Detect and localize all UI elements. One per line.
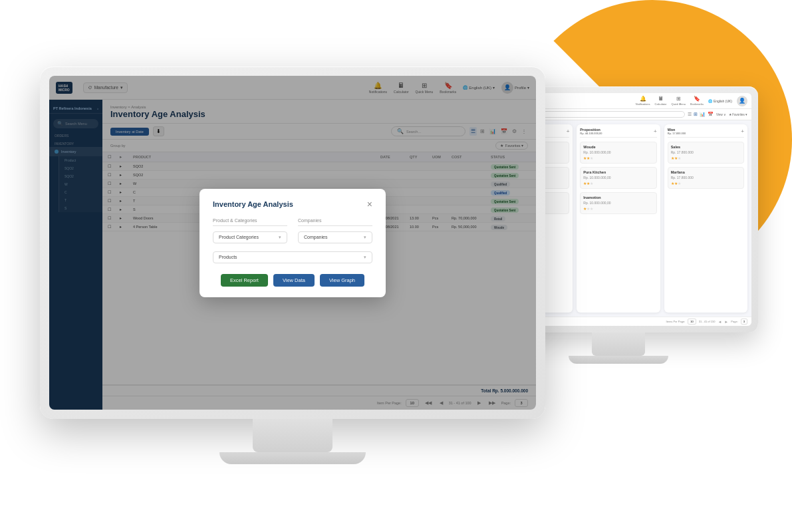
modal-form-row-1: Product & Categories Product Categories … bbox=[213, 218, 372, 243]
sec-items-per-page-label: Items Per Page: bbox=[666, 320, 686, 323]
star-empty: ★ bbox=[590, 182, 593, 186]
kanban-card-stars: ★★★ bbox=[583, 181, 653, 186]
star-filled: ★★ bbox=[583, 156, 590, 160]
sec-bookmark-icon[interactable]: 🔖 Bookmarks bbox=[690, 96, 704, 106]
modal-header: Inventory Age Analysis × bbox=[213, 200, 372, 209]
select-arrow-icon: ▾ bbox=[279, 235, 281, 240]
product-categories-select[interactable]: Product Categories ▾ bbox=[213, 231, 287, 243]
modal-close-btn[interactable]: × bbox=[367, 200, 372, 209]
kanban-card-stars: ★★★ bbox=[583, 156, 653, 160]
companies-field: Companies Companies ▾ bbox=[298, 218, 372, 243]
kanban-card-value: Rp. 10.000.000,00 bbox=[583, 150, 653, 154]
kanban-col-proposition-header: Proposition Rp. 44.100.000,00 + bbox=[580, 128, 656, 138]
sec-next-btn[interactable]: ► bbox=[724, 320, 728, 324]
kanban-card-stars: ★★★ bbox=[583, 206, 653, 211]
kanban-card-value: Rp. 10.000.000,00 bbox=[583, 176, 653, 180]
monitors-scene: HASHMICRO 🔔 Notifications 🖩 Calculator bbox=[40, 53, 771, 519]
modal-overlay[interactable]: Inventory Age Analysis × Product & Categ… bbox=[49, 76, 536, 410]
kanban-card-title: Inamotion bbox=[583, 196, 653, 200]
kanban-col-won-header: Won Rp. 17.800.000 + bbox=[668, 128, 744, 138]
sec-per-page-input[interactable]: 10 bbox=[688, 319, 696, 325]
sec-prev-btn[interactable]: ◄ bbox=[718, 320, 722, 324]
view-graph-btn[interactable]: View Graph bbox=[320, 274, 364, 287]
inventory-age-analysis-modal: Inventory Age Analysis × Product & Categ… bbox=[199, 189, 386, 297]
secondary-monitor-base bbox=[569, 356, 668, 364]
companies-select-arrow-icon: ▾ bbox=[364, 235, 366, 240]
star-empty: ★★ bbox=[587, 207, 593, 211]
secondary-kanban-view-icon[interactable]: ⊞ bbox=[694, 112, 698, 117]
kanban-card: Pura Kitchen Rp. 10.000.000,00 ★★★ bbox=[580, 167, 656, 189]
qualified-add-btn[interactable]: + bbox=[567, 128, 570, 134]
kanban-card: Woude Rp. 10.000.000,00 ★★★ bbox=[580, 142, 656, 164]
star-empty: ★ bbox=[590, 156, 593, 160]
sec-page-input[interactable]: 3 bbox=[741, 319, 747, 325]
products-select[interactable]: Products ▾ bbox=[213, 251, 372, 263]
kanban-card-stars: ★★★ bbox=[671, 156, 741, 160]
won-add-btn[interactable]: + bbox=[741, 128, 744, 134]
sec-calculator-icon[interactable]: 🖩 Calculator bbox=[655, 96, 667, 106]
products-select-arrow-icon: ▾ bbox=[364, 255, 366, 260]
excel-report-btn[interactable]: Excel Report bbox=[221, 274, 268, 287]
main-monitor-base bbox=[219, 452, 366, 464]
kanban-card-stars: ★★★ bbox=[671, 181, 741, 186]
view-data-btn[interactable]: View Data bbox=[273, 274, 315, 287]
main-monitor-screen: HASH MICRO ⏱ Manufacture ▾ 🔔 bbox=[49, 76, 536, 410]
secondary-view-icons: ☰ ⊞ 📊 📅 bbox=[688, 112, 714, 117]
kanban-card: Marfana Rp. 17.800.000 ★★★ bbox=[668, 167, 744, 189]
star-empty: ★ bbox=[678, 182, 681, 186]
main-monitor: HASH MICRO ⏱ Manufacture ▾ 🔔 bbox=[40, 66, 545, 479]
kanban-card-title: Marfana bbox=[671, 170, 741, 174]
kanban-card-value: Rp. 17.800.000 bbox=[671, 150, 741, 154]
star-filled: ★★ bbox=[671, 182, 678, 186]
modal-title: Inventory Age Analysis bbox=[213, 200, 293, 208]
secondary-chart-view-icon[interactable]: 📊 bbox=[700, 112, 706, 117]
star-empty: ★ bbox=[678, 156, 681, 160]
won-amount: Rp. 17.800.000 bbox=[668, 132, 686, 135]
sec-profile-avatar[interactable]: 👤 bbox=[737, 96, 747, 106]
main-monitor-stand bbox=[253, 419, 332, 452]
product-categories-label: Product & Categories bbox=[213, 218, 287, 223]
proposition-amount: Rp. 44.100.000,00 bbox=[580, 132, 602, 135]
proposition-add-btn[interactable]: + bbox=[654, 128, 657, 134]
secondary-list-view-icon[interactable]: ☰ bbox=[688, 112, 692, 117]
kanban-card: Inamotion Rp. 10.000.000,00 ★★★ bbox=[580, 192, 656, 214]
sec-range: 31 - 41 of 150 bbox=[699, 320, 716, 323]
kanban-card: Sales Rp. 17.800.000 ★★★ bbox=[668, 142, 744, 164]
sec-quick-menu-icon[interactable]: ⊞ Quick Menu bbox=[672, 96, 686, 106]
kanban-col-proposition: Proposition Rp. 44.100.000,00 + Woude Rp… bbox=[577, 124, 660, 313]
sec-page-label: Page: bbox=[731, 320, 737, 323]
star-filled: ★★ bbox=[583, 182, 590, 186]
secondary-view-toggle[interactable]: View ∨ bbox=[716, 113, 726, 116]
kanban-card-title: Woude bbox=[583, 145, 653, 149]
main-monitor-bezel: HASH MICRO ⏱ Manufacture ▾ 🔔 bbox=[40, 66, 545, 419]
secondary-monitor-stand bbox=[592, 332, 645, 356]
companies-label: Companies bbox=[298, 218, 372, 223]
kanban-card-title: Pura Kitchen bbox=[583, 170, 653, 174]
companies-select[interactable]: Companies ▾ bbox=[298, 231, 372, 243]
modal-actions: Excel Report View Data View Graph bbox=[213, 274, 372, 287]
sec-notifications-icon[interactable]: 🔔 Notifications bbox=[636, 96, 650, 106]
sec-language-selector[interactable]: 🌐 English (UK) bbox=[708, 99, 732, 103]
kanban-card-title: Sales bbox=[671, 145, 741, 149]
secondary-favorites-btn[interactable]: ★ Favorites ▾ bbox=[729, 113, 747, 116]
product-categories-field: Product & Categories Product Categories … bbox=[213, 218, 287, 243]
kanban-col-won: Won Rp. 17.800.000 + Sales Rp. 17.800.00… bbox=[664, 124, 747, 313]
secondary-calendar-view-icon[interactable]: 📅 bbox=[708, 112, 714, 117]
star-filled: ★★ bbox=[671, 156, 678, 160]
kanban-card-value: Rp. 10.000.000,00 bbox=[583, 201, 653, 205]
kanban-card-value: Rp. 17.800.000 bbox=[671, 176, 741, 180]
